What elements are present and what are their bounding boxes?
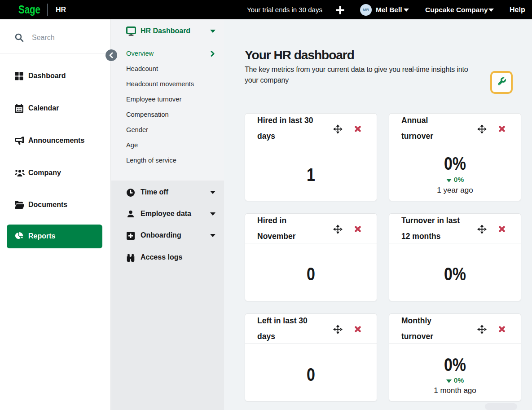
- svg-text:Sage: Sage: [18, 3, 40, 16]
